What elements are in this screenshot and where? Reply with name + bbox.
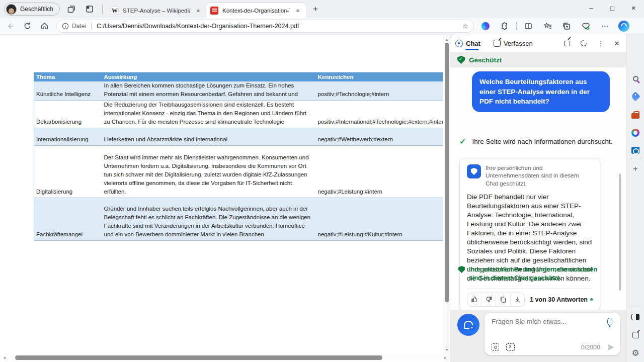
outlook-icon[interactable] bbox=[630, 145, 640, 155]
open-link-icon[interactable] bbox=[630, 330, 640, 340]
divider bbox=[630, 306, 641, 306]
cell-thema: Fachkräftemangel bbox=[34, 198, 102, 241]
search-icon[interactable] bbox=[630, 73, 640, 83]
extensions-icon[interactable] bbox=[497, 19, 512, 33]
shield-icon bbox=[467, 164, 481, 178]
settings-gear-icon[interactable] bbox=[630, 348, 640, 358]
download-icon[interactable] bbox=[510, 293, 524, 306]
answer-actions: 1 von 30 Antworten bbox=[467, 288, 593, 307]
tab-strip: Geschäftlich W STEP-Analyse – Wikipedia … bbox=[0, 0, 644, 18]
minimize-icon[interactable] bbox=[581, 0, 602, 16]
home-icon[interactable] bbox=[37, 19, 51, 33]
profile-button[interactable]: Geschäftlich bbox=[4, 3, 60, 16]
content-area: Thema Auswirkung Kennzeichen Künstliche … bbox=[0, 34, 644, 362]
tab-label: Verfassen bbox=[504, 40, 533, 47]
browser-essentials-icon[interactable] bbox=[578, 19, 593, 33]
cell-thema: Digitalisierung bbox=[34, 146, 102, 198]
workspaces-icon[interactable] bbox=[65, 3, 78, 16]
cell-thema: Internationalisierung bbox=[34, 128, 102, 146]
pdf-viewer[interactable]: Thema Auswirkung Kennzeichen Künstliche … bbox=[0, 34, 450, 362]
add-sidebar-app-icon[interactable] bbox=[630, 164, 640, 174]
tab-pdf-active[interactable]: Kontext-der-Organisation-Theme bbox=[206, 3, 306, 18]
copilot-icon[interactable] bbox=[616, 19, 631, 33]
status-text: Ihre Seite wird nach Informationen durch… bbox=[472, 138, 612, 145]
tab-title: STEP-Analyse – Wikipedia bbox=[123, 8, 190, 14]
close-icon[interactable] bbox=[613, 40, 621, 47]
sidebar-panel-icon[interactable] bbox=[630, 312, 640, 322]
editor-extension-icon[interactable] bbox=[478, 19, 493, 33]
compose-icon bbox=[494, 40, 501, 47]
cell-kennzeichen: negativ;#Leistung;#intern bbox=[316, 146, 444, 198]
new-topic-button[interactable] bbox=[457, 314, 479, 336]
settings-more-icon[interactable] bbox=[597, 19, 612, 33]
pdf-table: Thema Auswirkung Kennzeichen Künstliche … bbox=[34, 72, 444, 241]
answer-card: Ihre persönlichen und Unternehmensdaten … bbox=[459, 158, 600, 311]
scroll-up-icon[interactable] bbox=[443, 36, 450, 43]
privacy-caption: Ihre persönlichen und Unternehmensdaten … bbox=[467, 164, 593, 188]
answers-count[interactable]: 1 von 30 Antworten bbox=[530, 296, 593, 303]
refresh-icon[interactable] bbox=[20, 19, 34, 33]
profile-label: Geschäftlich bbox=[20, 6, 53, 13]
address-bar[interactable]: Datei C:/Users/Dennis/Downloads/Kontext-… bbox=[56, 20, 474, 33]
pdf-icon bbox=[210, 7, 218, 15]
copilot-header: Chat Verfassen bbox=[450, 34, 626, 52]
cell-auswirkung: In allen Bereichen kommen stochastige Lö… bbox=[102, 81, 316, 101]
tab-chat[interactable]: Chat bbox=[455, 34, 480, 52]
wikipedia-w-icon: W bbox=[111, 7, 119, 15]
send-icon[interactable] bbox=[607, 344, 614, 351]
shield-icon bbox=[457, 56, 465, 64]
thumbs-up-icon[interactable] bbox=[467, 293, 481, 306]
scrollbar-thumb[interactable] bbox=[15, 355, 382, 360]
sidebar-scrollbar[interactable] bbox=[619, 174, 621, 291]
split-screen-icon[interactable] bbox=[521, 19, 536, 33]
screenshot-icon[interactable] bbox=[492, 343, 499, 351]
close-icon[interactable] bbox=[623, 0, 644, 16]
status-dot bbox=[590, 298, 593, 301]
close-icon[interactable] bbox=[294, 7, 302, 15]
copy-icon[interactable] bbox=[496, 293, 510, 306]
tab-compose[interactable]: Verfassen bbox=[494, 34, 533, 52]
info-icon bbox=[62, 23, 69, 30]
open-external-icon[interactable] bbox=[565, 41, 570, 46]
browser-window: Geschäftlich W STEP-Analyse – Wikipedia … bbox=[0, 0, 644, 362]
toolbox-icon[interactable] bbox=[630, 110, 640, 120]
scroll-down-icon[interactable] bbox=[443, 346, 450, 353]
privacy-caption-text: Ihre persönlichen und Unternehmensdaten … bbox=[486, 164, 593, 188]
cell-auswirkung: Gründer und Innhaber suchen teils erfolg… bbox=[102, 198, 316, 241]
scroll-right-icon[interactable] bbox=[442, 354, 449, 361]
snip-icon[interactable] bbox=[506, 343, 515, 351]
favorites-icon[interactable] bbox=[540, 19, 555, 33]
cell-auswirkung: Der Staat wird immer mehr als Dienstleis… bbox=[102, 146, 316, 198]
divider bbox=[91, 23, 92, 30]
scroll-left-icon[interactable] bbox=[1, 354, 8, 361]
tab-wikipedia[interactable]: W STEP-Analyse – Wikipedia bbox=[107, 3, 206, 18]
url-scheme-label[interactable]: Datei bbox=[72, 23, 86, 30]
refresh-icon[interactable] bbox=[580, 39, 588, 48]
new-tab-button[interactable] bbox=[309, 3, 322, 16]
table-row: Fachkräftemangel Gründer und Innhaber su… bbox=[34, 198, 444, 241]
kebab-menu-icon[interactable] bbox=[597, 40, 605, 47]
back-icon[interactable] bbox=[3, 19, 17, 33]
tab-label: Chat bbox=[466, 40, 480, 47]
divider bbox=[630, 158, 641, 158]
protected-label: Geschützt bbox=[469, 56, 502, 64]
table-row: Dekarbonisierung Die Reduzierung der Tre… bbox=[34, 101, 444, 128]
close-icon[interactable] bbox=[194, 7, 202, 15]
chat-input[interactable] bbox=[492, 318, 607, 325]
maximize-icon[interactable] bbox=[602, 0, 623, 16]
cell-auswirkung: Die Reduzierung der Treibhausgasemission… bbox=[102, 101, 316, 128]
vertical-scrollbar[interactable] bbox=[443, 35, 450, 354]
horizontal-scrollbar[interactable] bbox=[0, 354, 450, 361]
mic-icon[interactable] bbox=[607, 318, 612, 325]
m365-icon[interactable] bbox=[630, 128, 640, 138]
shopping-tag-icon[interactable] bbox=[630, 92, 640, 102]
cell-kennzeichen: negativ;#Wettbewerb;#extern bbox=[316, 128, 444, 146]
tab-actions-icon[interactable] bbox=[83, 3, 96, 16]
collections-icon[interactable] bbox=[559, 19, 574, 33]
thumbs-down-icon[interactable] bbox=[481, 293, 496, 306]
shield-icon bbox=[458, 266, 465, 273]
url-text[interactable]: C:/Users/Dennis/Downloads/Kontext-der-Or… bbox=[97, 23, 462, 30]
table-header-row: Thema Auswirkung Kennzeichen bbox=[34, 73, 444, 81]
favorite-star-icon[interactable] bbox=[462, 22, 468, 30]
scrollbar-thumb[interactable] bbox=[445, 43, 449, 302]
